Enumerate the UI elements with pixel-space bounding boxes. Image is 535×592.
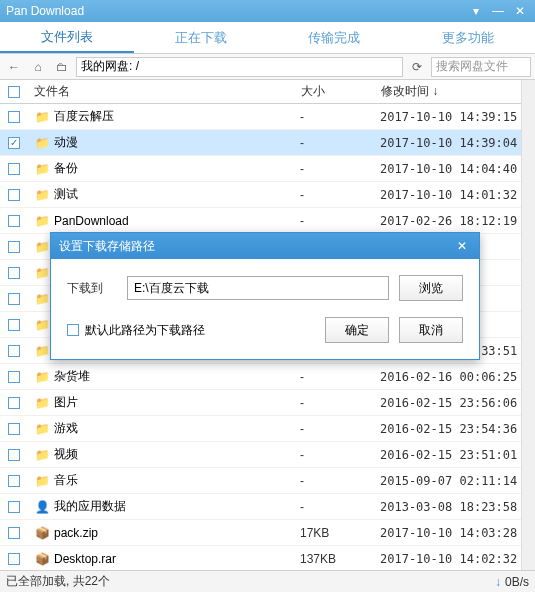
- file-time: 2017-10-10 14:39:15: [374, 110, 534, 124]
- folder-icon: 📁: [34, 317, 50, 333]
- folder-icon: 📁: [34, 395, 50, 411]
- file-size: -: [294, 448, 374, 462]
- row-checkbox[interactable]: [8, 163, 20, 175]
- main-tabs: 文件列表正在下载传输完成更多功能: [0, 22, 535, 54]
- checkbox-icon: [67, 324, 79, 336]
- row-checkbox[interactable]: [8, 215, 20, 227]
- file-name: 游戏: [54, 420, 78, 437]
- select-all-checkbox[interactable]: [8, 86, 20, 98]
- ok-button[interactable]: 确定: [325, 317, 389, 343]
- table-row[interactable]: 📁杂货堆-2016-02-16 00:06:25: [0, 364, 534, 390]
- row-checkbox[interactable]: [8, 449, 20, 461]
- row-checkbox[interactable]: [8, 241, 20, 253]
- default-path-checkbox[interactable]: 默认此路径为下载路径: [67, 322, 205, 339]
- row-checkbox[interactable]: [8, 553, 20, 565]
- file-size: 17KB: [294, 526, 374, 540]
- file-time: 2017-10-10 14:01:32: [374, 188, 534, 202]
- column-name[interactable]: 文件名: [28, 83, 295, 100]
- file-time: 2017-10-10 14:39:04: [374, 136, 534, 150]
- row-checkbox[interactable]: [8, 475, 20, 487]
- home-icon[interactable]: ⌂: [28, 57, 48, 77]
- file-size: -: [294, 162, 374, 176]
- file-name: 备份: [54, 160, 78, 177]
- folder-icon: 📁: [34, 343, 50, 359]
- table-row[interactable]: 📁百度云解压-2017-10-10 14:39:15: [0, 104, 534, 130]
- file-name: 杂货堆: [54, 368, 90, 385]
- minimize-icon[interactable]: —: [489, 4, 507, 18]
- column-headers: 文件名 大小 修改时间 ↓: [0, 80, 535, 104]
- file-name: Desktop.rar: [54, 552, 116, 566]
- table-row[interactable]: 📦Desktop.rar137KB2017-10-10 14:02:32: [0, 546, 534, 566]
- table-row[interactable]: 📦pack.zip17KB2017-10-10 14:03:28: [0, 520, 534, 546]
- status-bar: 已全部加载, 共22个 ↓ 0B/s: [0, 570, 535, 592]
- dropdown-icon[interactable]: ▾: [467, 4, 485, 18]
- file-time: 2017-02-26 18:12:19: [374, 214, 534, 228]
- table-row[interactable]: ✓📁动漫-2017-10-10 14:39:04: [0, 130, 534, 156]
- column-time[interactable]: 修改时间 ↓: [375, 83, 535, 100]
- row-checkbox[interactable]: [8, 345, 20, 357]
- file-size: -: [294, 136, 374, 150]
- table-row[interactable]: 👤我的应用数据-2013-03-08 18:23:58: [0, 494, 534, 520]
- download-speed-icon: ↓: [495, 575, 501, 589]
- tab-0[interactable]: 文件列表: [0, 22, 134, 53]
- folder-icon[interactable]: 🗀: [52, 57, 72, 77]
- file-name: pack.zip: [54, 526, 98, 540]
- table-row[interactable]: 📁音乐-2015-09-07 02:11:14: [0, 468, 534, 494]
- table-row[interactable]: 📁PanDownload-2017-02-26 18:12:19: [0, 208, 534, 234]
- search-input[interactable]: 搜索网盘文件: [431, 57, 531, 77]
- file-time: 2015-09-07 02:11:14: [374, 474, 534, 488]
- file-name: 音乐: [54, 472, 78, 489]
- column-size[interactable]: 大小: [295, 83, 375, 100]
- row-checkbox[interactable]: [8, 111, 20, 123]
- file-name: 百度云解压: [54, 108, 114, 125]
- default-path-label: 默认此路径为下载路径: [85, 322, 205, 339]
- row-checkbox[interactable]: [8, 267, 20, 279]
- table-row[interactable]: 📁测试-2017-10-10 14:01:32: [0, 182, 534, 208]
- folder-icon: 📁: [34, 187, 50, 203]
- download-path-input[interactable]: [127, 276, 389, 300]
- table-row[interactable]: 📁视频-2016-02-15 23:51:01: [0, 442, 534, 468]
- table-row[interactable]: 📁图片-2016-02-15 23:56:06: [0, 390, 534, 416]
- row-checkbox[interactable]: [8, 189, 20, 201]
- file-size: -: [294, 370, 374, 384]
- row-checkbox[interactable]: [8, 293, 20, 305]
- zip-icon: 📦: [34, 551, 50, 567]
- tab-2[interactable]: 传输完成: [268, 22, 402, 53]
- window-title: Pan Download: [6, 4, 463, 18]
- scrollbar[interactable]: [521, 80, 535, 570]
- zip-icon: 📦: [34, 525, 50, 541]
- close-icon[interactable]: ✕: [511, 4, 529, 18]
- row-checkbox[interactable]: [8, 501, 20, 513]
- file-time: 2017-10-10 14:04:40: [374, 162, 534, 176]
- tab-3[interactable]: 更多功能: [401, 22, 535, 53]
- row-checkbox[interactable]: [8, 371, 20, 383]
- file-name: 动漫: [54, 134, 78, 151]
- row-checkbox[interactable]: [8, 527, 20, 539]
- file-name: 图片: [54, 394, 78, 411]
- dialog-close-icon[interactable]: ✕: [453, 237, 471, 255]
- download-to-label: 下载到: [67, 280, 117, 297]
- back-icon[interactable]: ←: [4, 57, 24, 77]
- folder-icon: 📁: [34, 161, 50, 177]
- toolbar: ← ⌂ 🗀 我的网盘: / ⟳ 搜索网盘文件: [0, 54, 535, 80]
- file-name: 视频: [54, 446, 78, 463]
- row-checkbox[interactable]: [8, 397, 20, 409]
- row-checkbox[interactable]: [8, 319, 20, 331]
- file-time: 2017-10-10 14:02:32: [374, 552, 534, 566]
- row-checkbox[interactable]: ✓: [8, 137, 20, 149]
- table-row[interactable]: 📁备份-2017-10-10 14:04:40: [0, 156, 534, 182]
- file-name: 我的应用数据: [54, 498, 126, 515]
- file-size: -: [294, 188, 374, 202]
- folder-icon: 📁: [34, 447, 50, 463]
- folder-icon: 📁: [34, 135, 50, 151]
- cancel-button[interactable]: 取消: [399, 317, 463, 343]
- browse-button[interactable]: 浏览: [399, 275, 463, 301]
- tab-1[interactable]: 正在下载: [134, 22, 268, 53]
- refresh-icon[interactable]: ⟳: [407, 57, 427, 77]
- table-row[interactable]: 📁游戏-2016-02-15 23:54:36: [0, 416, 534, 442]
- file-size: -: [294, 396, 374, 410]
- path-input[interactable]: 我的网盘: /: [76, 57, 403, 77]
- row-checkbox[interactable]: [8, 423, 20, 435]
- file-size: -: [294, 422, 374, 436]
- file-time: 2013-03-08 18:23:58: [374, 500, 534, 514]
